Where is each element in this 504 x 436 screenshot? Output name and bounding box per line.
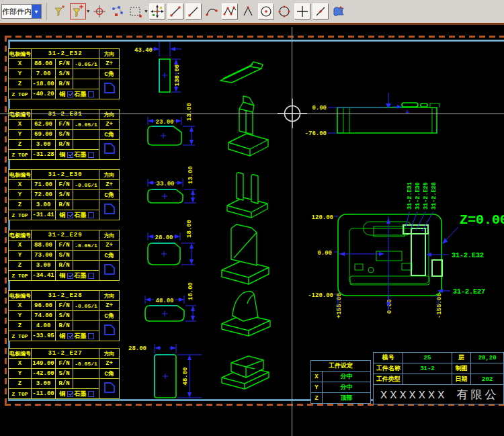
copper-checkbox[interactable] xyxy=(67,333,73,339)
copper-checkbox[interactable] xyxy=(67,212,73,218)
fn-label: F/N xyxy=(56,180,73,190)
line-two-points-icon[interactable] xyxy=(167,3,183,19)
svg-text:31-2.E28: 31-2.E28 xyxy=(431,182,437,210)
selection-box-icon[interactable] xyxy=(128,3,144,19)
sheet-border-dashed-left xyxy=(5,36,7,406)
filter-icon[interactable] xyxy=(52,3,68,19)
sn-label: S/N xyxy=(56,130,73,140)
svg-text:13.00: 13.00 xyxy=(187,166,194,184)
point-icon[interactable] xyxy=(294,3,310,19)
svg-text:48.00: 48.00 xyxy=(155,298,173,304)
graphite-checkbox[interactable] xyxy=(88,91,94,97)
copper-checkbox[interactable] xyxy=(67,273,73,279)
z-label: Z xyxy=(9,321,32,331)
copper-label: 铜 xyxy=(60,333,66,340)
x-value: 96.00 xyxy=(32,301,56,311)
copper-checkbox[interactable] xyxy=(67,152,73,158)
filter-add-icon[interactable] xyxy=(70,3,86,19)
company-name: XXXXXXX 有限公 xyxy=(374,385,504,404)
orientation-value: Z+ xyxy=(99,120,120,130)
svg-text:28.00: 28.00 xyxy=(155,234,173,241)
rn-label: R/N xyxy=(56,379,73,389)
direction-label: 方向 xyxy=(99,230,120,241)
rn-label: R/N xyxy=(56,321,73,331)
ztop-value: -11.00 xyxy=(32,389,56,399)
line-midpoint-icon[interactable] xyxy=(312,3,329,19)
snap-points-icon[interactable] xyxy=(110,3,126,19)
z-label: Z xyxy=(9,79,32,89)
material-checkboxes: 铜石墨 xyxy=(56,331,99,341)
y-label: Y xyxy=(9,369,32,379)
sn-label: S/N xyxy=(56,190,73,200)
graphite-checkbox[interactable] xyxy=(88,333,94,339)
filter-menu-caret[interactable]: ▼ xyxy=(87,9,89,14)
arc-icon[interactable] xyxy=(204,3,220,19)
sketch-page-icon[interactable] xyxy=(331,3,347,19)
polyline-icon[interactable] xyxy=(240,3,256,19)
z-label: Z xyxy=(9,261,32,271)
graphite-label: 石墨 xyxy=(75,152,87,159)
electrode-drawing-e30: 33.00 13.00 xyxy=(148,166,267,218)
graphite-label: 石墨 xyxy=(75,391,87,398)
mold-no-label: 模号 xyxy=(374,353,403,363)
x-label: X xyxy=(9,241,32,251)
ztop-label: Z TOP xyxy=(9,331,32,341)
svg-text:138.00: 138.00 xyxy=(174,64,181,86)
graphite-checkbox[interactable] xyxy=(88,273,94,279)
ztop-label: Z TOP xyxy=(9,89,32,99)
center-snap-icon[interactable] xyxy=(91,3,108,19)
sn-label: S/N xyxy=(56,311,73,321)
ztop-label: Z TOP xyxy=(9,271,32,281)
dynamic-move-icon[interactable] xyxy=(149,3,165,19)
graphite-checkbox[interactable] xyxy=(88,212,94,218)
z-value: 3.00 xyxy=(32,200,56,210)
svg-text:23.00: 23.00 xyxy=(155,119,173,126)
part-type-value xyxy=(403,374,452,385)
side-view: 0.00 -76.00 xyxy=(306,84,504,158)
chevron-down-icon[interactable]: ▼ xyxy=(32,5,41,18)
c-angle-label: C角 xyxy=(99,369,120,379)
callout-e32: 31-2.E32 xyxy=(452,252,484,259)
svg-text:120.00: 120.00 xyxy=(312,214,333,221)
svg-text:+155.00: +155.00 xyxy=(336,293,343,318)
direction-profile-icon xyxy=(99,140,120,160)
graphite-checkbox[interactable] xyxy=(88,152,94,158)
copper-checkbox[interactable] xyxy=(67,391,73,397)
selection-menu-caret[interactable]: ▼ xyxy=(144,9,147,14)
line-point-angle-icon[interactable] xyxy=(185,3,202,19)
material-checkboxes: 铜石墨 xyxy=(56,210,99,220)
electrode-id: 31-2_E32 xyxy=(32,49,99,59)
x-value: 88.00 xyxy=(32,59,56,69)
copper-label: 铜 xyxy=(60,212,66,219)
direction-label: 方向 xyxy=(99,49,120,59)
spline-icon[interactable] xyxy=(222,3,238,19)
tolerance-value: -0.05/1 xyxy=(73,241,99,251)
graphite-label: 石墨 xyxy=(75,212,87,219)
graphite-label: 石墨 xyxy=(75,91,87,98)
x-value: 71.00 xyxy=(32,180,56,190)
z-zero-label: Z=0.000 xyxy=(460,212,504,228)
svg-text:33.00: 33.00 xyxy=(156,181,174,187)
circle-points-icon[interactable] xyxy=(276,3,292,19)
orientation-value: Z+ xyxy=(99,359,120,369)
y-label: Y xyxy=(9,69,32,79)
electrode-drawing-e32: 43.40 138.00 xyxy=(134,42,263,92)
electrode-no-label: 电极编号 xyxy=(9,291,32,301)
crosshair-cursor-icon[interactable] xyxy=(278,99,307,128)
context-dropdown[interactable]: 作部件内 ▼ xyxy=(1,4,42,19)
electrode-id: 31-2_E31 xyxy=(32,110,99,120)
fn-label: F/N xyxy=(56,301,73,311)
x-label: X xyxy=(9,59,32,69)
direction-profile-icon xyxy=(99,261,120,281)
ztop-value: -31.28 xyxy=(32,150,56,160)
fn-label: F/N xyxy=(56,359,73,369)
graphite-checkbox[interactable] xyxy=(88,391,94,397)
z-label: Z xyxy=(9,140,32,150)
z-value: 4.00 xyxy=(32,321,56,331)
copper-checkbox[interactable] xyxy=(67,91,73,97)
ztop-value: -40.20 xyxy=(32,89,56,99)
ztop-label: Z TOP xyxy=(9,389,32,399)
c-angle-label: C角 xyxy=(99,190,120,200)
ztop-label: Z TOP xyxy=(9,210,32,220)
circle-center-icon[interactable] xyxy=(258,3,274,19)
